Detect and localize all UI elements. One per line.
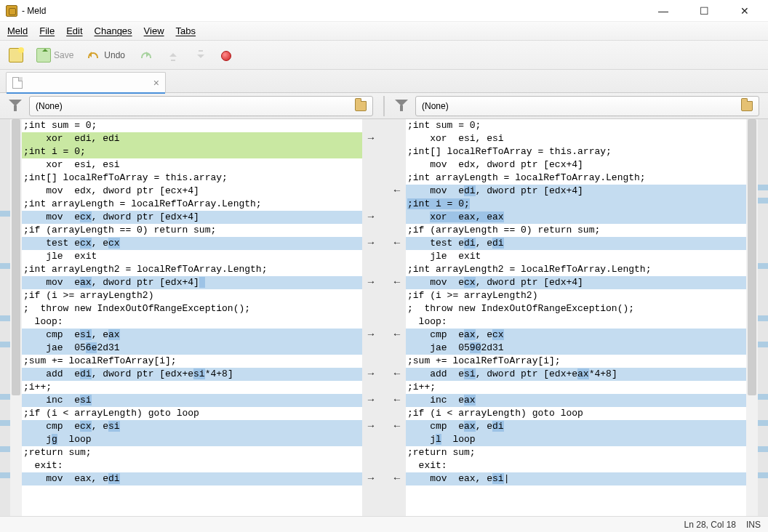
push-left-arrow[interactable]: ← — [391, 185, 403, 196]
code-line[interactable]: exit: — [406, 459, 746, 472]
code-pane-right[interactable]: ;int sum = 0; xor esi, esi;int[] localRe… — [406, 119, 746, 516]
code-line[interactable]: jae 05902d31 — [406, 342, 746, 355]
push-left-arrow[interactable]: ← — [391, 472, 403, 484]
push-left-arrow[interactable]: ← — [391, 329, 403, 340]
code-line[interactable]: jle exit — [22, 250, 362, 263]
code-line[interactable]: inc eax — [406, 394, 746, 407]
code-line[interactable]: ;if (arrayLength == 0) return sum; — [22, 224, 362, 237]
code-line[interactable]: ;int i = 0; — [406, 198, 746, 211]
menu-changes[interactable]: Changes — [95, 25, 132, 36]
push-up-button[interactable] — [166, 48, 180, 63]
code-line[interactable]: mov ecx, dword ptr [edx+4] — [406, 276, 746, 289]
push-right-arrow[interactable]: → — [365, 368, 377, 379]
code-line[interactable]: cmp ecx, esi — [22, 420, 362, 433]
code-line[interactable]: ;int[] localRefToArray = this.array; — [22, 172, 362, 185]
tab-close-button[interactable]: × — [153, 77, 159, 89]
open-icon-left[interactable] — [355, 101, 367, 111]
filter-icon-right[interactable] — [395, 100, 408, 113]
code-line[interactable]: ;if (i < arrayLength) goto loop — [22, 407, 362, 420]
push-left-arrow[interactable]: ← — [391, 237, 403, 249]
push-right-arrow[interactable]: → — [365, 132, 377, 144]
code-line[interactable]: ;if (i >= arrayLength2) — [406, 289, 746, 302]
code-line[interactable]: ;int sum = 0; — [22, 119, 362, 132]
code-line[interactable]: ; throw new IndexOutOfRangeException(); — [22, 302, 362, 315]
push-right-arrow[interactable]: → — [365, 276, 377, 288]
code-line[interactable]: ;i++; — [406, 381, 746, 394]
push-left-arrow[interactable]: ← — [391, 276, 403, 288]
push-left-arrow[interactable]: ← — [391, 420, 403, 432]
code-line[interactable]: inc esi — [22, 394, 362, 407]
code-line[interactable]: ;int arrayLength = localRefToArray.Lengt… — [22, 198, 362, 211]
code-line[interactable]: ;return sum; — [22, 446, 362, 459]
code-line[interactable]: mov eax, dword ptr [edx+4] — [22, 276, 362, 289]
code-line[interactable]: jl loop — [406, 433, 746, 446]
push-right-arrow[interactable]: → — [365, 237, 377, 249]
code-line[interactable]: add edi, dword ptr [edx+esi*4+8] — [22, 368, 362, 381]
push-left-arrow[interactable]: ← — [391, 394, 403, 406]
open-icon-right[interactable] — [741, 101, 753, 111]
document-tab[interactable]: × — [6, 72, 166, 92]
code-line[interactable]: cmp esi, eax — [22, 329, 362, 342]
menu-file[interactable]: File — [39, 25, 55, 36]
scrollbar-left[interactable] — [10, 119, 22, 516]
code-line[interactable]: loop: — [22, 315, 362, 329]
scroll-thumb-right[interactable] — [748, 119, 756, 395]
code-line[interactable]: xor edi, edi — [22, 132, 362, 145]
code-line[interactable]: xor eax, eax — [406, 211, 746, 224]
code-line[interactable]: mov edi, dword ptr [edx+4] — [406, 185, 746, 198]
code-line[interactable]: xor esi, esi — [406, 132, 746, 145]
file-select-left[interactable]: (None) — [29, 96, 373, 116]
code-line[interactable]: ;int arrayLength = localRefToArray.Lengt… — [406, 172, 746, 185]
maximize-button[interactable]: ☐ — [692, 5, 716, 17]
code-line[interactable]: jg loop — [22, 433, 362, 446]
code-line[interactable]: ;i++; — [22, 381, 362, 394]
code-line[interactable]: mov eax, edi — [22, 472, 362, 485]
code-line[interactable]: ;int i = 0; — [22, 145, 362, 158]
redo-button[interactable] — [138, 48, 153, 63]
code-line[interactable]: mov ecx, dword ptr [edx+4] — [22, 211, 362, 224]
record-button[interactable] — [221, 49, 231, 61]
save-button[interactable]: Save — [36, 48, 73, 63]
push-right-arrow[interactable]: → — [365, 472, 377, 484]
undo-button[interactable]: Undo — [87, 48, 125, 63]
code-line[interactable]: add esi, dword ptr [edx+eax*4+8] — [406, 368, 746, 381]
file-select-right[interactable]: (None) — [415, 96, 759, 116]
code-line[interactable]: ;if (i < arrayLength) goto loop — [406, 407, 746, 420]
push-right-arrow[interactable]: → — [365, 394, 377, 406]
code-line[interactable]: ;int arrayLength2 = localRefToArray.Leng… — [22, 263, 362, 276]
menu-tabs[interactable]: Tabs — [176, 25, 196, 36]
menu-view[interactable]: View — [144, 25, 164, 36]
code-line[interactable]: ;int sum = 0; — [406, 119, 746, 132]
push-right-arrow[interactable]: → — [365, 329, 377, 340]
code-line[interactable]: mov eax, esi| — [406, 472, 746, 485]
filter-icon-left[interactable] — [9, 100, 22, 113]
code-line[interactable]: test ecx, ecx — [22, 237, 362, 250]
new-button[interactable] — [9, 48, 23, 63]
overview-gutter-right[interactable] — [758, 119, 768, 516]
code-line[interactable]: ;int arrayLength2 = localRefToArray.Leng… — [406, 263, 746, 276]
push-right-arrow[interactable]: → — [365, 420, 377, 432]
code-pane-left[interactable]: ;int sum = 0; xor edi, edi;int i = 0; xo… — [22, 119, 362, 516]
menu-meld[interactable]: Meld — [7, 25, 28, 36]
overview-gutter-left[interactable] — [0, 119, 10, 516]
scrollbar-right[interactable] — [746, 119, 758, 516]
code-line[interactable]: ;sum += localRefToArray[i]; — [22, 355, 362, 368]
diff-link-column[interactable]: →←→→←→←→←→←→←→←→← — [362, 119, 406, 516]
code-line[interactable]: ; throw new IndexOutOfRangeException(); — [406, 302, 746, 315]
code-line[interactable]: ;sum += localRefToArray[i]; — [406, 355, 746, 368]
close-button[interactable]: ✕ — [733, 5, 756, 17]
code-line[interactable]: test edi, edi — [406, 237, 746, 250]
code-line[interactable]: loop: — [406, 315, 746, 329]
code-line[interactable]: mov edx, dword ptr [ecx+4] — [406, 158, 746, 172]
code-line[interactable]: mov edx, dword ptr [ecx+4] — [22, 185, 362, 198]
code-line[interactable]: ;return sum; — [406, 446, 746, 459]
push-right-arrow[interactable]: → — [365, 211, 377, 222]
code-line[interactable]: cmp eax, edi — [406, 420, 746, 433]
code-line[interactable]: xor esi, esi — [22, 158, 362, 172]
code-line[interactable]: jle exit — [406, 250, 746, 263]
code-line[interactable]: jae 056e2d31 — [22, 342, 362, 355]
menu-edit[interactable]: Edit — [66, 25, 82, 36]
code-line[interactable]: ;if (i >= arrayLength2) — [22, 289, 362, 302]
scroll-thumb-left[interactable] — [12, 119, 20, 395]
push-left-arrow[interactable]: ← — [391, 368, 403, 379]
